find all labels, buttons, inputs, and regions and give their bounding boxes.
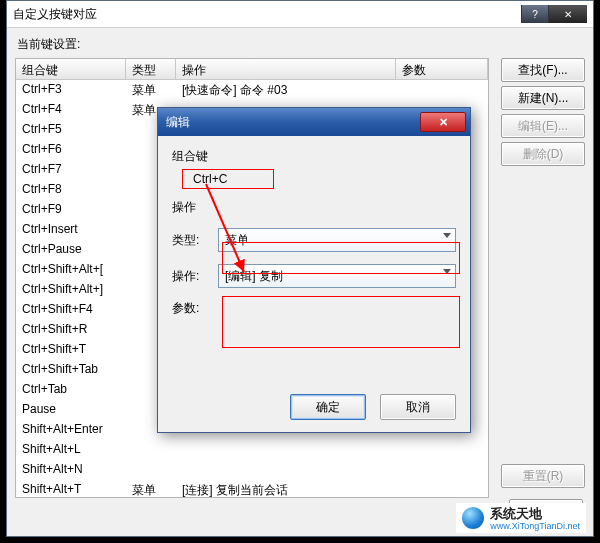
watermark-logo: 系统天地 www.XiTongTianDi.net xyxy=(456,503,586,533)
col-action[interactable]: 操作 xyxy=(176,59,396,79)
window-buttons: ? ✕ xyxy=(521,5,587,23)
globe-icon xyxy=(462,507,484,529)
col-param[interactable]: 参数 xyxy=(396,59,488,79)
edit-cancel-button[interactable]: 取消 xyxy=(380,394,456,420)
edit-button[interactable]: 编辑(E)... xyxy=(501,114,585,138)
chevron-down-icon xyxy=(443,233,451,238)
main-title-text: 自定义按键对应 xyxy=(13,6,97,23)
type-row: 类型: 菜单 xyxy=(172,228,456,252)
frame-edge xyxy=(0,537,600,543)
action-section-label: 操作 xyxy=(172,199,456,216)
logo-url: www.XiTongTianDi.net xyxy=(490,521,580,531)
edit-dialog: 编辑 ✕ 组合键 Ctrl+C 操作 类型: 菜单 操作: [编辑] 复制 xyxy=(157,107,471,433)
main-titlebar: 自定义按键对应 ? ✕ xyxy=(7,1,593,28)
key-section-label: 组合键 xyxy=(172,148,456,165)
edit-ok-button[interactable]: 确定 xyxy=(290,394,366,420)
edit-title-text: 编辑 xyxy=(166,114,190,131)
operation-row: 操作: [编辑] 复制 xyxy=(172,264,456,288)
operation-label: 操作: xyxy=(172,268,218,285)
edit-close-button[interactable]: ✕ xyxy=(420,112,466,132)
new-button[interactable]: 新建(N)... xyxy=(501,86,585,110)
table-row[interactable]: Ctrl+F3菜单[快速命令] 命令 #03 xyxy=(16,79,488,99)
type-dropdown[interactable]: 菜单 xyxy=(218,228,456,252)
param-label: 参数: xyxy=(172,300,218,317)
frame-edge xyxy=(594,0,600,543)
col-key[interactable]: 组合键 xyxy=(16,59,126,79)
key-combo-value: Ctrl+C xyxy=(182,169,274,189)
edit-titlebar: 编辑 ✕ xyxy=(158,108,470,136)
operation-dropdown[interactable]: [编辑] 复制 xyxy=(218,264,456,288)
chevron-down-icon xyxy=(443,269,451,274)
edit-dialog-buttons: 确定 取消 xyxy=(290,394,456,420)
help-button[interactable]: ? xyxy=(521,5,548,23)
operation-value: [编辑] 复制 xyxy=(225,268,283,285)
side-buttons: 查找(F)... 新建(N)... 编辑(E)... 删除(D) 重置(R) xyxy=(501,58,585,488)
close-button[interactable]: ✕ xyxy=(548,5,587,23)
current-keys-label: 当前键设置: xyxy=(17,36,585,53)
type-label: 类型: xyxy=(172,232,218,249)
reset-button[interactable]: 重置(R) xyxy=(501,464,585,488)
screenshot-root: 自定义按键对应 ? ✕ 当前键设置: 组合键 类型 操作 参数 Ctrl+F3菜… xyxy=(0,0,600,543)
param-row: 参数: xyxy=(172,300,456,317)
type-value: 菜单 xyxy=(225,232,249,249)
find-button[interactable]: 查找(F)... xyxy=(501,58,585,82)
col-type[interactable]: 类型 xyxy=(126,59,176,79)
list-header: 组合键 类型 操作 参数 xyxy=(16,59,488,80)
table-row[interactable]: Shift+Alt+N xyxy=(16,459,488,479)
delete-button[interactable]: 删除(D) xyxy=(501,142,585,166)
table-row[interactable]: Shift+Alt+L xyxy=(16,439,488,459)
edit-body: 组合键 Ctrl+C 操作 类型: 菜单 操作: [编辑] 复制 xyxy=(158,136,470,432)
